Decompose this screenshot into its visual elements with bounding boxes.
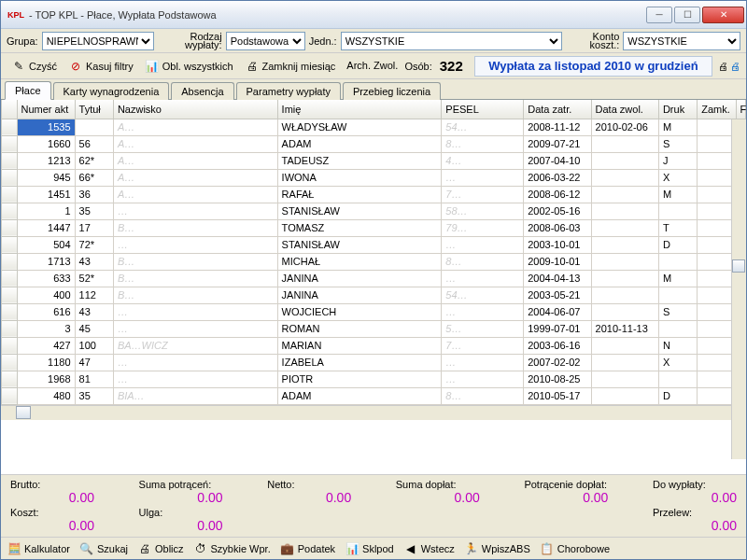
osob-label: Osób: bbox=[404, 61, 431, 72]
col-PESEL[interactable]: PESEL bbox=[442, 100, 524, 119]
summary-panel: Brutto:0.00Suma potrąceń:0.00Netto:0.00S… bbox=[1, 474, 746, 537]
col-Nazwisko[interactable]: Nazwisko bbox=[113, 100, 277, 119]
kalkulator-button[interactable]: 🧮Kalkulator bbox=[7, 541, 70, 556]
tab-absencja[interactable]: Absencja bbox=[171, 82, 233, 100]
summary-item: Brutto:0.00 bbox=[10, 479, 94, 505]
table-row[interactable]: 400112B…JANINA54…2003-05-21 bbox=[2, 287, 746, 303]
table-row[interactable]: 118047…IZABELA…2007-02-02X bbox=[2, 354, 746, 371]
jedn-select[interactable]: WSZYSTKIE bbox=[341, 32, 563, 50]
col-Numer akt[interactable]: Numer akt bbox=[17, 100, 75, 119]
action-bar: ✎Czyść ⊘Kasuj filtry 📊Obl. wszystkich 🖨Z… bbox=[1, 53, 746, 79]
konto-label: Konto koszt.: bbox=[566, 33, 619, 49]
rodzaj-select[interactable]: Podstawowa bbox=[226, 32, 305, 50]
szybkie wpr.-icon: ⏱ bbox=[193, 541, 208, 556]
table-row[interactable]: 135…STANISŁAW58…2002-05-16 bbox=[2, 203, 746, 219]
col-rowhead[interactable] bbox=[2, 100, 18, 119]
summary-item: Koszt:0.00 bbox=[10, 507, 94, 533]
summary-item: Suma potrąceń:0.00 bbox=[139, 479, 223, 505]
app-icon: KPL bbox=[8, 7, 23, 22]
grupa-select[interactable]: NIEPELNOSPRAWNI I bbox=[42, 32, 154, 50]
summary-item bbox=[524, 507, 608, 533]
grupa-label: Grupa: bbox=[7, 35, 38, 47]
col-Data zatr.[interactable]: Data zatr. bbox=[524, 100, 591, 119]
wpiszabs-icon: 🏃 bbox=[464, 541, 479, 556]
table-row[interactable]: 61643…WOJCIECH…2004-06-07S bbox=[2, 303, 746, 320]
wstecz-icon: ◀ bbox=[403, 541, 418, 556]
print1-icon[interactable]: 🖨 bbox=[718, 61, 728, 72]
rodzaj-label: Rodzaj wypłaty: bbox=[158, 33, 222, 49]
table-row[interactable]: 94566*A…IWONA…2006-03-22X bbox=[2, 169, 746, 186]
summary-item bbox=[267, 507, 351, 533]
kalkulator-icon: 🧮 bbox=[7, 541, 21, 556]
table-row[interactable]: 50472*…STANISŁAW…2003-10-01D bbox=[2, 236, 746, 253]
szybkie wpr.-button[interactable]: ⏱Szybkie Wpr. bbox=[193, 541, 271, 556]
col-Zamk.[interactable]: Zamk. bbox=[698, 100, 736, 119]
brush-icon: ✎ bbox=[11, 59, 26, 74]
col-Data zwol.[interactable]: Data zwol. bbox=[591, 100, 658, 119]
obl-button[interactable]: 📊Obl. wszystkich bbox=[140, 56, 238, 77]
summary-item: Netto:0.00 bbox=[267, 479, 351, 505]
period-banner: Wypłata za listopad 2010 w grudzień 2010 bbox=[474, 56, 712, 77]
zamknij-button[interactable]: 🖨Zamknij miesiąc bbox=[240, 56, 341, 77]
oblicz-icon: 🖨 bbox=[137, 541, 152, 556]
cancel-icon: ⊘ bbox=[68, 59, 83, 74]
summary-item: Ulga:0.00 bbox=[139, 507, 223, 533]
arch-button[interactable]: Arch. Zwol. bbox=[342, 56, 402, 77]
table-row[interactable]: 171343B…MICHAŁ8…2009-10-01 bbox=[2, 253, 746, 270]
table-row[interactable]: 144717B…TOMASZ79…2008-06-03T bbox=[2, 219, 746, 236]
print-icon: 🖨 bbox=[245, 59, 260, 74]
konto-select[interactable]: WSZYSTKIE bbox=[623, 32, 740, 50]
tab-parametry-wypłaty[interactable]: Parametry wypłaty bbox=[236, 82, 341, 100]
calc-icon: 📊 bbox=[145, 59, 160, 74]
table-row[interactable]: 121362*A…TADEUSZ4…2007-04-10J bbox=[2, 152, 746, 169]
data-grid[interactable]: Numer aktTytułNazwiskoImięPESELData zatr… bbox=[1, 100, 746, 474]
col-Imię[interactable]: Imię bbox=[277, 100, 442, 119]
app-window: KPL - TOP KPL - Płace, Wypłata Podstawow… bbox=[0, 0, 747, 560]
col-F[interactable]: F bbox=[736, 100, 745, 119]
close-button[interactable]: ✕ bbox=[702, 7, 744, 23]
table-row[interactable]: 345…ROMAN5…1999-07-012010-11-13 bbox=[2, 320, 746, 337]
summary-item: Do wypłaty:0.00 bbox=[653, 479, 737, 505]
table-row[interactable]: 166056A…ADAM8…2009-07-21S bbox=[2, 135, 746, 152]
print2-icon[interactable]: 🖨 bbox=[730, 61, 740, 72]
window-title: - TOP KPL - Płace, Wypłata Podstawowa bbox=[29, 9, 646, 21]
table-row[interactable]: 427100BA…WICZMARIAN7…2003-06-16N bbox=[2, 337, 746, 354]
kasuj-button[interactable]: ⊘Kasuj filtry bbox=[63, 56, 138, 77]
szukaj-icon: 🔍 bbox=[79, 541, 94, 556]
summary-item: Suma dopłat:0.00 bbox=[396, 479, 480, 505]
chorobowe-icon: 📋 bbox=[540, 541, 555, 556]
summary-item bbox=[396, 507, 480, 533]
oblicz-button[interactable]: 🖨Oblicz bbox=[137, 541, 184, 556]
horizontal-scrollbar[interactable] bbox=[1, 405, 746, 420]
tab-płace[interactable]: Płace bbox=[5, 81, 51, 100]
table-row[interactable]: 196881…PIOTR…2010-08-25 bbox=[2, 371, 746, 387]
tab-karty-wynagrodzenia[interactable]: Karty wynagrodzenia bbox=[53, 82, 170, 100]
vertical-scrollbar[interactable] bbox=[731, 119, 746, 459]
col-Tytuł[interactable]: Tytuł bbox=[75, 100, 113, 119]
tab-bar: PłaceKarty wynagrodzeniaAbsencjaParametr… bbox=[1, 79, 746, 100]
table-row[interactable]: 63352*B…JANINA…2004-04-13M bbox=[2, 270, 746, 287]
maximize-button[interactable]: ☐ bbox=[674, 7, 700, 23]
podatek-button[interactable]: 💼Podatek bbox=[280, 541, 335, 556]
podatek-icon: 💼 bbox=[280, 541, 295, 556]
minimize-button[interactable]: ─ bbox=[646, 7, 672, 23]
table-row[interactable]: 1535A…WŁADYSŁAW54…2008-11-122010-02-06M bbox=[2, 119, 746, 135]
bottom-toolbar: 🧮Kalkulator🔍Szukaj🖨Oblicz⏱Szybkie Wpr.💼P… bbox=[1, 537, 746, 559]
summary-item: Przelew:0.00 bbox=[653, 507, 737, 533]
tab-przebieg-liczenia[interactable]: Przebieg liczenia bbox=[343, 82, 441, 100]
sklpod-icon: 📊 bbox=[345, 541, 359, 556]
table-row[interactable]: 145136A…RAFAŁ7…2008-06-12M bbox=[2, 186, 746, 203]
summary-item: Potrącenie dopłat:0.00 bbox=[524, 479, 608, 505]
szukaj-button[interactable]: 🔍Szukaj bbox=[79, 541, 128, 556]
czysc-button[interactable]: ✎Czyść bbox=[7, 56, 62, 77]
wstecz-button[interactable]: ◀Wstecz bbox=[403, 541, 455, 556]
jedn-label: Jedn.: bbox=[309, 35, 337, 47]
sklpod-button[interactable]: 📊Sklpod bbox=[345, 541, 394, 556]
table-row[interactable]: 48035BIA…ADAM8…2010-05-17D bbox=[2, 387, 746, 404]
chorobowe-button[interactable]: 📋Chorobowe bbox=[540, 541, 610, 556]
wpiszabs-button[interactable]: 🏃WpiszABS bbox=[464, 541, 530, 556]
osob-count: 322 bbox=[440, 58, 463, 74]
col-Druk[interactable]: Druk bbox=[658, 100, 697, 119]
filter-bar: Grupa: NIEPELNOSPRAWNI I Rodzaj wypłaty:… bbox=[1, 29, 746, 53]
titlebar: KPL - TOP KPL - Płace, Wypłata Podstawow… bbox=[1, 1, 746, 29]
